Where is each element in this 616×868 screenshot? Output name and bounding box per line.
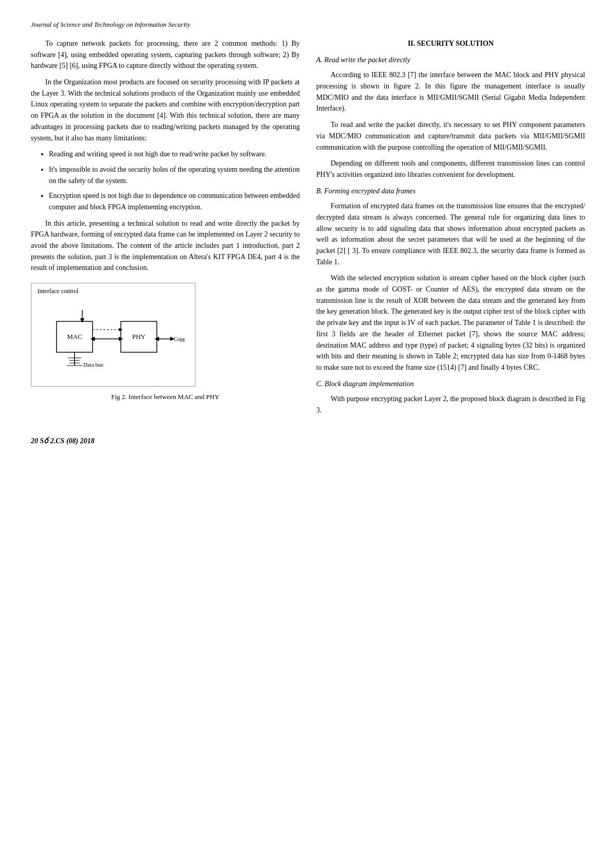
subsection-c-title: C. Block diagram implementation bbox=[316, 378, 585, 390]
interface-control-label: Interface control bbox=[38, 287, 79, 295]
subsection-b-title: B. Forming encrypted data frames bbox=[316, 186, 585, 197]
two-column-layout: To capture network packets for processin… bbox=[31, 38, 585, 421]
subsection-a-title: A. Read write the packet directly bbox=[316, 55, 585, 66]
left-para-2: In the Organization most products are fo… bbox=[31, 77, 300, 143]
right-para-b1: Formation of encrypted data frames on th… bbox=[316, 201, 585, 267]
bullet-list: Reading and writing speed is not high du… bbox=[49, 149, 300, 212]
svg-text:PHY: PHY bbox=[132, 333, 146, 340]
svg-text:Data bus: Data bus bbox=[83, 361, 103, 368]
bullet-item-1: Reading and writing speed is not high du… bbox=[49, 149, 300, 160]
right-para-a2: To read and write the packet directly, i… bbox=[316, 119, 585, 153]
mac-phy-diagram: MAC PHY Copper/fiber bbox=[41, 299, 185, 381]
svg-text:MAC: MAC bbox=[67, 333, 82, 340]
journal-title: Journal of Science and Technology on Inf… bbox=[31, 21, 190, 28]
right-para-b2: With the selected encryption solution is… bbox=[316, 273, 585, 373]
figure-inner: MAC PHY Copper/fiber bbox=[37, 290, 190, 381]
journal-header: Journal of Science and Technology on Inf… bbox=[31, 21, 585, 29]
section-ii-title: II. SECURITY SOLUTION bbox=[316, 38, 585, 49]
figure-2-box: Interface control bbox=[31, 283, 195, 387]
right-column: II. SECURITY SOLUTION A. Read write the … bbox=[316, 38, 585, 421]
bullet-item-3: Encryption speed is not high due to depe… bbox=[49, 190, 300, 212]
left-column: To capture network packets for processin… bbox=[31, 38, 300, 421]
footer-text: 20 Số 2.CS (08) 2018 bbox=[31, 437, 95, 445]
left-para-3: In this article, presenting a technical … bbox=[31, 218, 300, 274]
right-para-a3: Depending on different tools and compone… bbox=[316, 158, 585, 180]
svg-text:Copper/fiber: Copper/fiber bbox=[174, 336, 185, 342]
fig-2-caption: Fig 2. Interface between MAC and PHY bbox=[31, 392, 300, 402]
figure-2-container: Interface control bbox=[31, 283, 300, 402]
footer: 20 Số 2.CS (08) 2018 bbox=[31, 437, 585, 445]
right-para-a1: According to IEEE 802.3 [7] the interfac… bbox=[316, 69, 585, 114]
right-para-c1: With purpose encrypting packet Layer 2, … bbox=[316, 393, 585, 415]
left-para-1: To capture network packets for processin… bbox=[31, 38, 300, 71]
bullet-item-2: It's impossible to avoid the security ho… bbox=[49, 164, 300, 186]
